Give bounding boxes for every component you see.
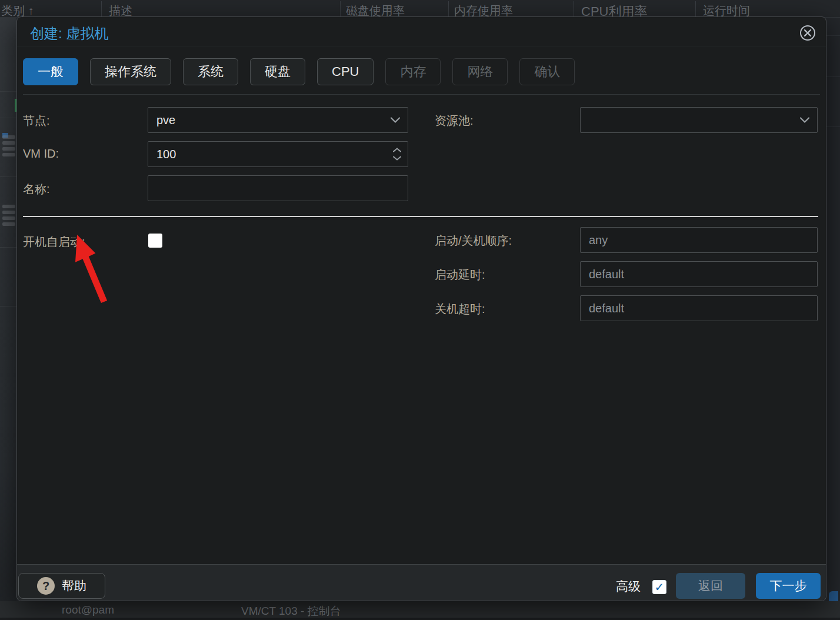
vmid-label: VM ID: — [23, 147, 59, 161]
column-divider — [448, 1, 449, 16]
dialog-footer: ? 帮助 高级 ✓ 返回 下一步 — [17, 564, 826, 601]
startup-order-field — [580, 227, 818, 253]
wizard-tabbar: 一般 操作系统 系统 硬盘 CPU 内存 网络 确认 — [23, 58, 575, 85]
tabbar-divider — [23, 94, 820, 95]
background-table-header: 类别 ↑ 描述 磁盘使用率 内存使用率 CPU利用率 运行时间 — [0, 0, 840, 18]
vmid-input[interactable] — [148, 142, 408, 166]
vmid-spinner[interactable] — [392, 148, 402, 161]
node-label: 节点: — [23, 113, 50, 129]
name-label: 名称: — [23, 181, 50, 197]
storage-icon — [2, 141, 15, 145]
storage-icon — [2, 211, 15, 214]
help-button[interactable]: ? 帮助 — [18, 573, 105, 599]
tree-row-divider — [0, 118, 16, 118]
back-button: 返回 — [676, 573, 745, 599]
startup-order-label: 启动/关机顺序: — [435, 233, 512, 249]
name-textfield — [148, 175, 408, 201]
tab-confirm: 确认 — [519, 58, 575, 85]
help-icon: ? — [37, 577, 55, 595]
tab-os[interactable]: 操作系统 — [90, 58, 171, 85]
startup-delay-input[interactable] — [581, 262, 817, 286]
background-table-right-edge — [826, 18, 840, 620]
startup-delay-field — [580, 261, 818, 287]
background-resource-tree — [0, 18, 16, 620]
pool-label: 资源池: — [435, 113, 474, 129]
table-row-divider — [826, 35, 840, 36]
pool-combobox — [580, 107, 818, 133]
tab-disks[interactable]: 硬盘 — [250, 58, 305, 85]
tree-row-divider — [0, 247, 16, 248]
dialog-title: 创建: 虚拟机 — [30, 24, 108, 43]
header-divider — [17, 46, 826, 46]
spinner-up-icon — [392, 148, 402, 153]
start-at-boot-checkbox[interactable] — [148, 234, 162, 248]
table-row-divider — [826, 76, 840, 77]
spinner-down-icon — [392, 156, 402, 161]
tree-row-divider — [0, 176, 16, 177]
proxmox-app: 类别 ↑ 描述 磁盘使用率 内存使用率 CPU利用率 运行时间 roo — [0, 0, 840, 620]
storage-icon — [2, 205, 15, 208]
advanced-label: 高级 — [616, 578, 641, 595]
shutdown-timeout-field — [580, 295, 818, 321]
task-log-description: VM/CT 103 - 控制台 — [241, 604, 341, 619]
storage-icon — [2, 153, 15, 156]
advanced-section-divider — [23, 216, 818, 217]
tree-row-divider — [0, 306, 16, 306]
column-divider — [340, 1, 341, 16]
tab-cpu[interactable]: CPU — [317, 58, 374, 85]
background-task-log: root@pam VM/CT 103 - 控制台 — [0, 601, 840, 620]
shutdown-timeout-label: 关机超时: — [435, 301, 485, 317]
storage-icon — [2, 147, 15, 151]
column-divider — [101, 1, 102, 16]
tree-row-divider — [0, 91, 16, 92]
next-button[interactable]: 下一步 — [756, 573, 821, 599]
help-button-label: 帮助 — [62, 578, 86, 594]
startup-delay-label: 启动延时: — [435, 267, 485, 283]
advanced-checkbox[interactable]: ✓ — [652, 580, 666, 594]
node-input[interactable] — [148, 108, 408, 132]
chevron-down-icon[interactable] — [390, 117, 401, 124]
tab-memory: 内存 — [385, 58, 441, 85]
storage-icon — [2, 216, 15, 220]
task-log-user: root@pam — [62, 604, 114, 616]
node-combobox — [148, 107, 408, 133]
start-at-boot-label: 开机自启动: — [23, 234, 85, 250]
tab-system[interactable]: 系统 — [183, 58, 238, 85]
pool-input[interactable] — [581, 108, 817, 132]
create-vm-dialog: 创建: 虚拟机 一般 操作系统 系统 硬盘 CPU 内存 网络 确认 节点: — [16, 16, 826, 601]
name-input[interactable] — [148, 176, 408, 201]
check-icon: ✓ — [652, 580, 666, 594]
startup-order-input[interactable] — [581, 228, 817, 252]
tab-network: 网络 — [452, 58, 508, 85]
table-row-divider — [826, 126, 840, 127]
tab-general[interactable]: 一般 — [23, 58, 78, 85]
storage-icon — [2, 222, 15, 226]
close-icon[interactable] — [797, 22, 818, 44]
shutdown-timeout-input[interactable] — [581, 296, 817, 321]
column-divider — [695, 1, 696, 16]
chevron-down-icon[interactable] — [799, 117, 810, 124]
storage-icon — [2, 135, 15, 139]
vmid-numberfield — [148, 141, 408, 167]
column-divider — [574, 1, 574, 16]
